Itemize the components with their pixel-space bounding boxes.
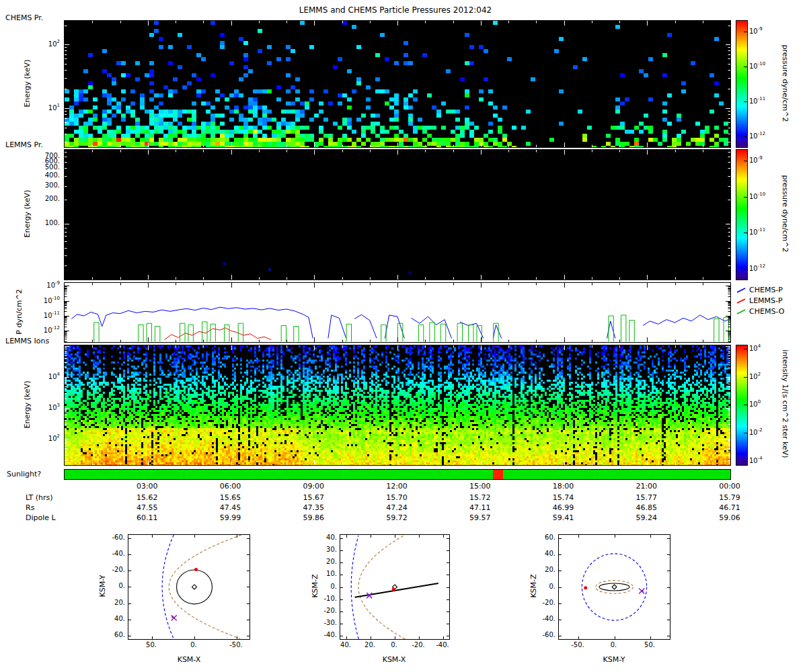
orbit-plot-ksm-yz [558, 534, 670, 640]
page-title: LEMMS and CHEMS Particle Pressures 2012:… [299, 6, 492, 14]
y-axis-tick-label: 10-11 [44, 311, 60, 319]
colorbar-tick-label: 10-10 [749, 192, 765, 200]
orbit-y-tick-label: -60. [542, 632, 555, 638]
colorbar-tick-label: 10-4 [749, 456, 763, 464]
colorbar-tick-label: 10-10 [749, 62, 765, 69]
pressure-colorbar-top [736, 20, 748, 148]
ephemeris-value: 59.41 [553, 514, 574, 521]
legend-entry-chems-o: CHEMS-O [736, 307, 784, 316]
ephemeris-value: 15.79 [719, 494, 740, 501]
ephemeris-row-label-dipole-l: Dipole L [26, 514, 56, 521]
y-axis-tick-label: 500. [45, 164, 60, 171]
orbit-xz-x-axis-title: KSM-X [383, 656, 406, 663]
y-axis-tick-label: 100. [45, 220, 60, 226]
orbit-yz-x-axis-title: KSM-Y [603, 656, 625, 663]
ephemeris-value: 47.55 [137, 504, 158, 511]
orbit-y-tick-label: -40. [323, 632, 337, 638]
orbit-x-tick-label: 20. [364, 642, 375, 648]
orbit-y-tick-label: 0. [118, 583, 125, 589]
pressure-colorbar-middle [736, 149, 748, 280]
ephemeris-value: 15.74 [553, 494, 574, 501]
ephemeris-value: 59.99 [220, 514, 241, 521]
orbit-y-tick-label: -20. [112, 566, 125, 573]
orbit-xy-x-axis-title: KSM-X [178, 656, 201, 663]
ephemeris-value: 15.70 [386, 494, 408, 501]
y-axis-tick-label: 104 [48, 372, 60, 380]
ephemeris-value: 59.72 [386, 514, 408, 521]
ephemeris-value: 46.99 [553, 504, 574, 511]
pressure-timeseries-plot [64, 282, 731, 343]
orbit-y-tick-label: 0. [330, 583, 337, 590]
y-axis-tick-label: 300. [45, 182, 60, 189]
ephemeris-value: 47.35 [303, 504, 325, 511]
ephemeris-value: 59.24 [636, 514, 658, 521]
orbit-plot-ksm-xz [340, 534, 450, 640]
panel-label-lemms-pr: LEMMS Pr. [5, 141, 43, 149]
orbit-x-tick-label: -50. [571, 642, 584, 648]
orbit-y-tick-label: 40. [114, 616, 125, 622]
ephemeris-value: 47.45 [220, 504, 241, 511]
orbit-y-tick-label: 0. [549, 583, 555, 590]
orbit-plot-ksm-xy [128, 534, 250, 640]
colorbar-tick-label: 10-11 [749, 228, 765, 236]
colorbar-title-pressure-top: pressure dyne/cm^2 [781, 45, 790, 122]
sunlight-indicator-bar [64, 469, 731, 480]
ephemeris-value: 47.11 [469, 504, 491, 511]
orbit-x-tick-label: 0. [611, 642, 617, 648]
colorbar-tick-label: 10-9 [749, 156, 763, 163]
legend-line-sample [736, 298, 746, 304]
colorbar-tick-label: 10-12 [749, 132, 765, 140]
chems-pressure-spectrogram [64, 20, 731, 148]
colorbar-tick-label: 10-11 [749, 97, 765, 104]
y-axis-tick-label: 200. [45, 196, 60, 202]
ephemeris-value: 47.24 [386, 504, 408, 511]
orbit-x-tick-label: -40. [436, 642, 449, 648]
y-axis-tick-label: 103 [48, 403, 60, 411]
colorbar-tick-label: 104 [749, 345, 761, 352]
legend-label: LEMMS-P [749, 296, 783, 305]
legend-entry-lemms-p: LEMMS-P [736, 296, 783, 305]
legend-label: CHEMS-O [749, 307, 784, 316]
orbit-yz-y-axis-title: KSM-Z [529, 574, 538, 597]
time-tick-label: 06:00 [220, 482, 241, 490]
colorbar-tick-label: 10-2 [749, 428, 763, 435]
legend-entry-chems-p: CHEMS-P [736, 286, 783, 294]
orbit-x-tick-label: 40. [340, 642, 351, 648]
colorbar-tick-label: 100 [749, 401, 761, 408]
colorbar-tick-label: 10-9 [749, 27, 763, 34]
orbit-y-tick-label: -60. [112, 534, 125, 541]
orbit-y-tick-label: -10. [323, 595, 337, 602]
ephemeris-value: 15.67 [303, 494, 325, 501]
colorbar-title-pressure-middle: pressure dyne/cm^2 [781, 175, 790, 253]
orbit-y-tick-label: 30. [326, 546, 337, 553]
ephemeris-value: 59.57 [469, 514, 491, 521]
ephemeris-value: 46.71 [719, 504, 740, 511]
cassini-particle-pressure-page: LEMMS and CHEMS Particle Pressures 2012:… [0, 0, 807, 672]
y-axis-tick-label: 10-10 [44, 296, 60, 304]
y-axis-tick-label: 400. [45, 172, 60, 179]
ephemeris-value: 15.77 [636, 494, 658, 501]
orbit-y-tick-label: 20. [545, 566, 555, 573]
colorbar-title-intensity: intensity 1/(s cm^2 ster keV) [781, 349, 790, 458]
panel-label-lemms-ions: LEMMS Ions [5, 337, 49, 345]
sunlight-label: Sunlight? [7, 470, 41, 478]
ephemeris-value: 60.11 [137, 514, 158, 521]
time-tick-label: 00:00 [719, 482, 740, 490]
orbit-y-tick-label: 20. [326, 558, 337, 565]
orbit-y-tick-label: -20. [542, 599, 555, 606]
ephemeris-value: 15.65 [220, 494, 241, 501]
y-axis-tick-label: 10-12 [44, 327, 60, 334]
y-axis-title-chems-energy: Energy (keV) [23, 60, 32, 108]
y-axis-tick-label: 102 [48, 40, 60, 47]
y-axis-title-ions-energy: Energy (keV) [23, 381, 32, 429]
ephemeris-value: 15.62 [137, 494, 158, 501]
time-tick-label: 09:00 [303, 482, 324, 490]
sunlight-off-segment [493, 470, 502, 479]
orbit-y-tick-label: 60. [114, 632, 125, 638]
orbit-y-tick-label: 10. [326, 571, 337, 577]
ephemeris-row-label-rs: Rs [26, 504, 34, 511]
orbit-xz-y-axis-title: KSM-Z [311, 574, 319, 597]
orbit-y-tick-label: 40. [326, 534, 337, 541]
y-axis-tick-label: 102 [48, 434, 60, 442]
time-tick-label: 15:00 [469, 482, 491, 490]
